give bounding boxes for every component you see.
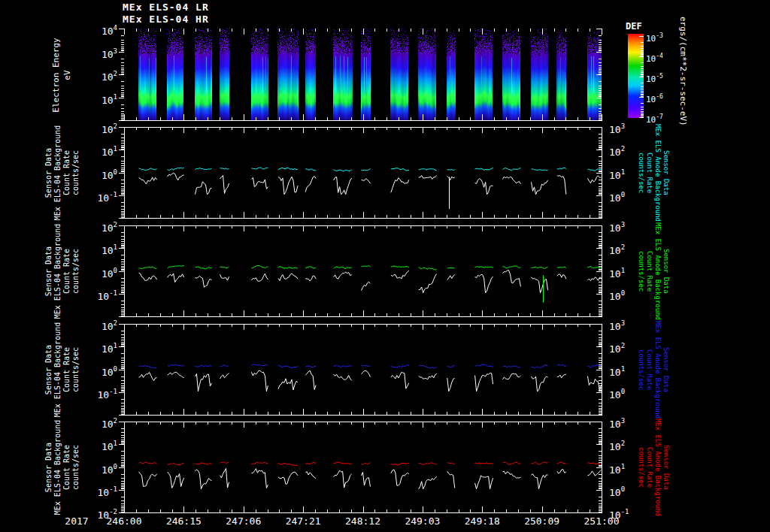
y-tick-label-left: 102 (84, 219, 117, 234)
y-tick-label-right: 102 (609, 144, 625, 159)
y-tick-label-right: 100 (609, 189, 625, 204)
y-tick-label-right: 101 (609, 265, 625, 280)
y-tick-label-left: 101 (84, 340, 117, 355)
x-tick-label: 247:21 (279, 515, 327, 527)
y-tick-label-left: 10-1 (84, 484, 117, 499)
y-axis-title-right-text: Sensor Data MEx ELS Anode Background Cou… (637, 222, 669, 320)
y-tick-label-left: 100 (84, 461, 117, 476)
y-tick-label-right: 103 (609, 318, 625, 333)
y-tick-label-right: 100 (609, 484, 625, 499)
x-axis-year-label: 2017 (59, 515, 95, 527)
colorbar-tick-label: 10-7 (646, 112, 663, 125)
y-axis-title-left-1: Sensor Data MEx ELS-04 Background Count … (41, 225, 84, 317)
plot-title-hr: MEx ELS-04 HR (123, 14, 209, 25)
x-tick-label: 250:09 (518, 515, 566, 527)
y-tick-label-right: 101 (609, 364, 625, 379)
x-tick-label: 246:00 (100, 515, 148, 527)
y-tick-label-left: 102 (84, 416, 117, 431)
y-tick-label-left: 101 (84, 144, 117, 159)
y-axis-title-text: Sensor Data MEx ELS-04 Background Count … (44, 125, 80, 220)
count-rate-canvas-1 (118, 225, 608, 317)
colorbar-title: DEF (626, 21, 642, 32)
x-tick-label: 246:15 (159, 515, 208, 527)
colorbar-unit-label: ergs/(cm**2-sr-sec-eV) (678, 17, 688, 167)
y-axis-title-left-2: Sensor Data MEx ELS-04 Background Count … (41, 324, 84, 416)
y-tick-label-left: 102 (84, 318, 117, 333)
y-tick-label-right: 100 (609, 386, 625, 401)
x-tick-label: 251:00 (578, 515, 626, 527)
y-tick-label-left: 103 (84, 46, 117, 61)
y-tick-label-left: 101 (84, 92, 117, 107)
y-tick-label-left: 101 (84, 438, 117, 453)
y-tick-label-left: 102 (84, 121, 117, 136)
y-tick-label-right: 102 (609, 242, 625, 257)
y-tick-label-left: 104 (84, 23, 117, 38)
y-tick-label-left: 10-1 (84, 189, 117, 204)
y-axis-title-text: Sensor Data MEx ELS-04 Background Count … (44, 224, 80, 319)
y-axis-title-right-text: Sensor Data MEx ELS Anode Background Cou… (637, 124, 669, 222)
y-axis-title-text: Sensor Data MEx ELS-04 Background Count … (44, 322, 80, 417)
y-axis-title-right-0: Sensor Data MEx ELS Anode Background Cou… (636, 127, 671, 219)
y-tick-label-left: 100 (84, 167, 117, 182)
y-axis-title-left-0: Sensor Data MEx ELS-04 Background Count … (41, 127, 84, 219)
y-axis-title-left-3: Sensor Data MEx ELS-04 Background Count … (41, 422, 84, 513)
plot-title-lr: MEx ELS-04 LR (123, 2, 209, 13)
y-tick-label-right: 103 (609, 416, 625, 431)
y-axis-title-text: Sensor Data MEx ELS-04 Background Count … (44, 420, 80, 515)
y-tick-label-left: 10-1 (84, 386, 117, 401)
y-axis-title-right-text: Sensor Data MEx ELS Anode Background Cou… (637, 321, 669, 419)
y-axis-title-right-3: Sensor Data MEx ELS Anode Background Cou… (636, 422, 671, 513)
y-tick-label-right: 102 (609, 438, 625, 453)
x-tick-label: 247:06 (220, 515, 268, 527)
plot-root: MEx ELS-04 LR MEx ELS-04 HR 104103102101… (0, 0, 770, 532)
colorbar-gradient (628, 34, 644, 118)
colorbar-tick-label: 10-6 (646, 92, 663, 105)
count-rate-canvas-2 (118, 324, 608, 416)
y-tick-label-right: 101 (609, 461, 625, 476)
count-rate-canvas-3 (118, 422, 608, 513)
y-axis-title-right-1: Sensor Data MEx ELS Anode Background Cou… (636, 225, 671, 317)
x-tick-label: 249:03 (399, 515, 447, 527)
y-tick-label-left: 100 (84, 364, 117, 379)
y-tick-label-left: 101 (84, 242, 117, 257)
y-tick-label-right: 103 (609, 121, 625, 136)
y-axis-title-right-text: Sensor Data MEx ELS Anode Background Cou… (637, 419, 669, 516)
y-tick-label-right: 100 (609, 288, 625, 303)
colorbar-tick-label: 10-5 (646, 71, 663, 85)
y-axis-title-right-2: Sensor Data MEx ELS Anode Background Cou… (636, 324, 671, 416)
y-tick-label-right: 102 (609, 340, 625, 355)
y-axis-title-electron-energy: Electron Energy eV (41, 29, 84, 121)
x-tick-label: 248:12 (339, 515, 387, 527)
colorbar-tick-label: 10-4 (646, 51, 663, 65)
y-tick-label-right: 103 (609, 219, 625, 234)
y-tick-label-left: 102 (84, 68, 117, 83)
y-tick-label-right: 101 (609, 167, 625, 182)
y-tick-label-left: 10-1 (84, 288, 117, 303)
colorbar-tick-label: 10-3 (646, 31, 663, 44)
y-axis-title-text: Electron Energy eV (51, 38, 74, 112)
y-tick-label-left: 100 (84, 265, 117, 280)
spectrogram-canvas (118, 29, 608, 121)
count-rate-canvas-0 (118, 127, 608, 219)
x-tick-label: 249:18 (458, 515, 506, 527)
